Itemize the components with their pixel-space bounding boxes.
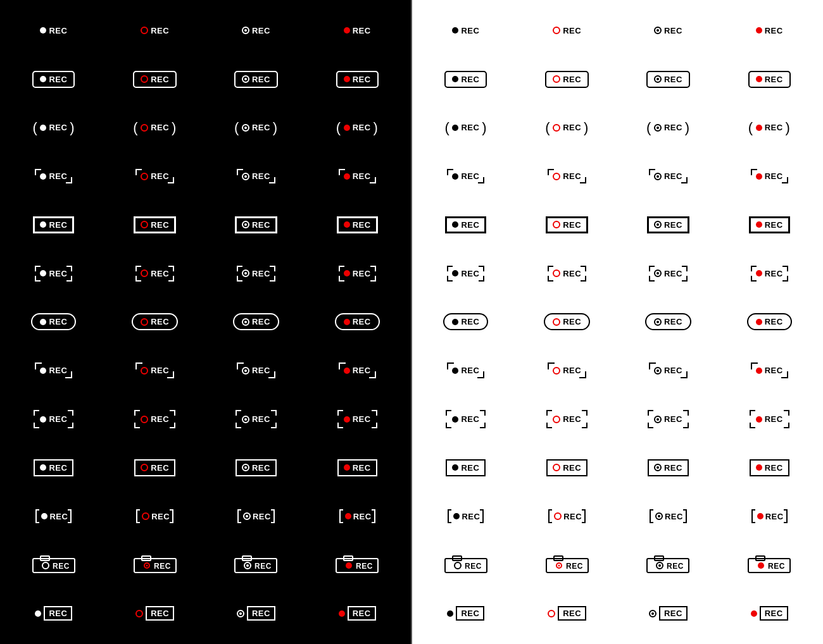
rec-item: REC bbox=[728, 164, 810, 189]
border-rect: REC bbox=[336, 71, 379, 88]
rec-label: REC bbox=[252, 414, 270, 424]
rec-item: REC bbox=[526, 212, 608, 237]
dot-double-white bbox=[242, 27, 249, 34]
rec-item: REC bbox=[728, 601, 810, 626]
dot bbox=[453, 513, 460, 519]
square-bracket: REC bbox=[751, 509, 788, 523]
rec-label: REC bbox=[765, 123, 783, 132]
rec-item: REC bbox=[526, 66, 608, 92]
dot bbox=[344, 464, 350, 471]
rec-item: REC bbox=[316, 552, 398, 578]
cam-corner: REC bbox=[237, 266, 275, 282]
rec-item: REC bbox=[728, 309, 810, 335]
border-pill: REC bbox=[31, 313, 76, 330]
svg-text:REC: REC bbox=[254, 562, 272, 571]
rec-label: REC bbox=[49, 26, 67, 35]
outer-rect: REC bbox=[446, 459, 486, 476]
dot bbox=[344, 221, 350, 228]
row-paren: ( REC ) ( REC ) ( REC ) ( REC ) bbox=[3, 104, 408, 152]
rec-item: REC bbox=[627, 455, 709, 480]
cam-corner: REC bbox=[548, 266, 586, 282]
paren-close: ) bbox=[685, 121, 690, 135]
rec-label: REC bbox=[664, 123, 682, 132]
dot bbox=[242, 124, 249, 132]
rec-item: REC bbox=[316, 455, 398, 480]
rec-label: REC bbox=[252, 171, 270, 181]
corner-bracket: REC bbox=[35, 169, 72, 183]
rec-label: REC bbox=[353, 171, 371, 181]
svg-point-16 bbox=[346, 562, 352, 569]
rec-label: REC bbox=[353, 366, 371, 375]
outer-rect: REC bbox=[134, 459, 175, 476]
cam-4corner: REC bbox=[236, 410, 277, 428]
outer-rect: REC bbox=[236, 459, 277, 476]
dot bbox=[756, 319, 762, 325]
rec-item: REC bbox=[316, 309, 398, 335]
rec-label: REC bbox=[765, 366, 783, 375]
cam-4corner: REC bbox=[446, 410, 486, 428]
border-rect: REC bbox=[234, 71, 278, 88]
rec-label: REC bbox=[563, 269, 581, 278]
dot bbox=[242, 75, 249, 83]
paren-open: ( bbox=[445, 121, 450, 135]
rec-item: REC bbox=[728, 261, 810, 286]
dot bbox=[654, 367, 662, 375]
rec-label: REC bbox=[765, 463, 783, 473]
rec-item: REC bbox=[425, 552, 507, 578]
rec-label: REC bbox=[461, 75, 479, 84]
rec-label: REC bbox=[151, 75, 169, 84]
row-paren: ( REC ) ( REC ) ( REC ) ( REC ) bbox=[415, 104, 820, 152]
dot bbox=[553, 367, 560, 375]
dot bbox=[553, 221, 560, 228]
row-dashed-arc: REC REC REC REC bbox=[3, 249, 408, 298]
border-pill: REC bbox=[544, 313, 590, 330]
outer-rect: REC bbox=[337, 459, 377, 476]
svg-point-25 bbox=[558, 564, 560, 566]
dot bbox=[553, 318, 560, 326]
rec-label: REC bbox=[151, 414, 169, 424]
dot bbox=[242, 367, 249, 375]
bordered-rec: REC bbox=[247, 606, 275, 621]
rec-label: REC bbox=[353, 26, 371, 35]
corner-bracket: REC bbox=[339, 169, 376, 183]
rec-item: REC bbox=[425, 66, 507, 92]
rec-label: REC bbox=[461, 317, 479, 326]
rec-label: REC bbox=[461, 26, 479, 35]
rec-item: ( REC ) bbox=[13, 115, 95, 140]
row-sq-bracket: REC REC REC REC bbox=[3, 492, 408, 541]
rec-label: REC bbox=[252, 220, 270, 230]
dot bbox=[654, 124, 662, 132]
dot bbox=[141, 269, 148, 277]
dot bbox=[654, 318, 662, 326]
cam-icon-svg: REC bbox=[747, 555, 791, 575]
bracket-left bbox=[650, 509, 653, 523]
row-pill: REC REC REC REC bbox=[415, 298, 820, 347]
rec-label: REC bbox=[461, 609, 479, 618]
rec-label: REC bbox=[49, 512, 68, 521]
dot bbox=[553, 173, 560, 180]
row-partial-arc: REC REC REC REC bbox=[415, 346, 820, 395]
rec-label: REC bbox=[151, 463, 169, 473]
rec-label: REC bbox=[151, 171, 169, 181]
border-pill: REC bbox=[443, 313, 488, 330]
dot bbox=[756, 270, 762, 276]
cam-4corner: REC bbox=[750, 410, 789, 428]
rec-item: REC bbox=[526, 455, 608, 480]
rec-label: REC bbox=[151, 366, 169, 375]
light-panel: REC REC REC REC REC REC bbox=[412, 0, 823, 644]
rec-label: REC bbox=[664, 220, 682, 230]
dot bbox=[40, 464, 46, 471]
rec-item: REC bbox=[728, 552, 810, 578]
dot-solid-black bbox=[452, 27, 458, 34]
rec-item: REC bbox=[13, 552, 95, 578]
border-rect: REC bbox=[444, 71, 487, 88]
rec-label: REC bbox=[49, 414, 67, 424]
rec-item: REC bbox=[114, 164, 196, 189]
rec-label: REC bbox=[252, 75, 270, 84]
rec-item: REC bbox=[215, 504, 297, 529]
dot bbox=[339, 610, 345, 617]
dot bbox=[35, 610, 41, 617]
square-bracket: REC bbox=[237, 509, 275, 523]
cam-4corner: REC bbox=[34, 410, 73, 428]
bracket-right bbox=[784, 509, 788, 523]
